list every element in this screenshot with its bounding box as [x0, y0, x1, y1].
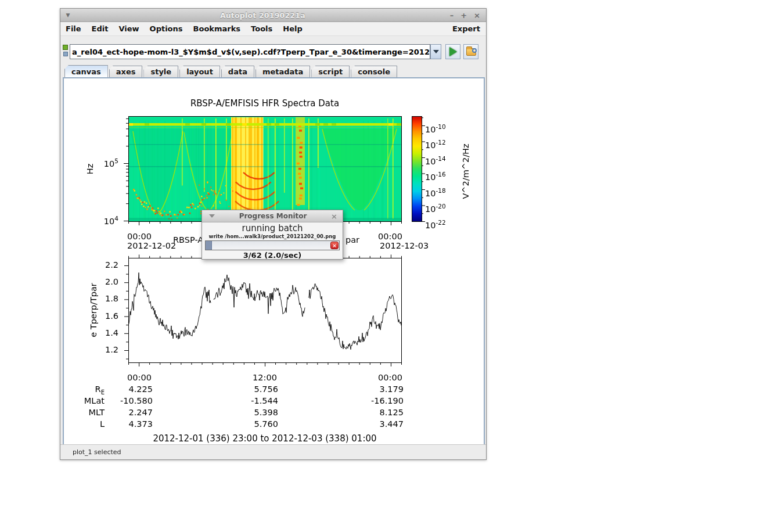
- tab-data[interactable]: data: [221, 66, 254, 77]
- expert-label[interactable]: Expert: [452, 24, 486, 33]
- datasource-type-icon: [63, 45, 68, 50]
- ephemeris-value: 5.398: [232, 408, 278, 417]
- status-text: plot_1 selected: [73, 448, 121, 456]
- cbar-tick-5: 10-20: [425, 203, 446, 214]
- play-icon: [449, 47, 457, 56]
- ephemeris-rowlabel-re: RE: [64, 384, 105, 396]
- cbar-tick-0: 10-10: [425, 123, 446, 134]
- ytick-1e5: 105: [98, 157, 118, 168]
- spec-xtick-left-date: 2012-12-02: [127, 241, 176, 250]
- menu-help[interactable]: Help: [278, 22, 307, 35]
- tab-style[interactable]: style: [143, 66, 178, 77]
- timerange-label: 2012-12-01 (336) 23:00 to 2012-12-03 (33…: [64, 433, 466, 444]
- progress-detail: write /hom...walk3/product_20121202_00.p…: [202, 233, 343, 239]
- window-title: Autoplot 20190221a: [75, 11, 450, 20]
- tab-metadata[interactable]: metadata: [255, 66, 310, 77]
- uri-input[interactable]: a_rel04_ect-hope-mom-l3_$Y$m$d_v$(v,sep)…: [70, 44, 430, 59]
- tab-script[interactable]: script: [311, 66, 350, 77]
- dialog-close-icon[interactable]: ×: [331, 212, 337, 221]
- window-titlebar[interactable]: ▼ Autoplot 20190221a – + ×: [60, 9, 486, 22]
- menu-options[interactable]: Options: [145, 22, 188, 35]
- spec-xtick-right-time: 00:00: [377, 232, 404, 241]
- chevron-down-icon[interactable]: [209, 214, 215, 218]
- spectrogram-ylabel: Hz: [85, 164, 95, 175]
- menu-tools[interactable]: Tools: [246, 22, 278, 35]
- lineplot-ytick-1: 2.0: [99, 277, 118, 286]
- cbar-tick-6: 10-22: [425, 219, 446, 230]
- progress-task-label: running batch: [202, 223, 343, 233]
- spectrogram-title: RBSP-A/EMFISIS HFR Spectra Data: [64, 98, 466, 109]
- lineplot-title-fragment-right: par: [345, 235, 359, 245]
- uri-dropdown-button[interactable]: [430, 44, 441, 59]
- cbar-tick-3: 10-16: [425, 171, 446, 182]
- dialog-titlebar[interactable]: Progress Monitor ×: [202, 210, 343, 222]
- plot-canvas-panel: RBSP-A/EMFISIS HFR Spectra Data Hz 105 1…: [63, 77, 485, 445]
- lineplot-ytick-5: 1.2: [99, 345, 118, 354]
- ephemeris-value: 5.756: [232, 384, 278, 394]
- minimize-button[interactable]: –: [450, 11, 454, 20]
- progress-monitor-dialog[interactable]: Progress Monitor × running batch write /…: [201, 210, 343, 260]
- stop-button[interactable]: ×: [330, 242, 339, 249]
- colorbar-label: V^2/m^2/Hz: [461, 143, 470, 199]
- ephemeris-value: 2.247: [106, 408, 153, 417]
- tab-axes[interactable]: axes: [109, 66, 143, 77]
- lineplot-xtick-0: 00:00: [126, 373, 153, 382]
- menubar: File Edit View Options Bookmarks Tools H…: [60, 22, 486, 36]
- ephemeris-value: -10.580: [106, 396, 153, 405]
- ephemeris-value: 3.447: [357, 419, 404, 429]
- ephemeris-value: -16.190: [357, 396, 404, 405]
- progress-bar: ×: [205, 240, 340, 250]
- menu-bookmarks[interactable]: Bookmarks: [188, 22, 246, 35]
- lineplot-xtick-2: 00:00: [377, 373, 404, 382]
- chevron-down-icon: [433, 50, 439, 53]
- menu-view[interactable]: View: [113, 22, 144, 35]
- ytick-1e4: 104: [98, 215, 118, 226]
- menu-file[interactable]: File: [60, 22, 87, 35]
- tab-console[interactable]: console: [351, 66, 397, 77]
- close-button[interactable]: ×: [474, 11, 480, 20]
- window-menu-icon[interactable]: ▼: [60, 12, 75, 18]
- lineplot-ytick-2: 1.8: [99, 294, 118, 303]
- browse-button[interactable]: [463, 44, 478, 59]
- main-tabs: canvas axes style layout data metadata s…: [60, 65, 486, 77]
- lineplot-title-fragment-left: RBSP-A/: [173, 235, 203, 245]
- ephemeris-rowlabel-mlt: MLT: [64, 408, 105, 417]
- folder-search-icon: [466, 48, 476, 56]
- cbar-tick-4: 10-18: [425, 187, 446, 198]
- lineplot-ytick-0: 2.2: [99, 260, 118, 269]
- datasource-aggregation-icon: [63, 52, 68, 56]
- spec-xtick-right-date: 2012-12-03: [380, 241, 429, 250]
- progress-status: 3/62 (2.0/sec): [202, 251, 343, 260]
- progress-bar-fill: [206, 241, 212, 250]
- go-button[interactable]: [445, 44, 460, 59]
- lineplot-ytick-4: 1.4: [99, 328, 118, 337]
- ephemeris-rowlabel-mlat: MLat: [64, 396, 105, 405]
- ephemeris-rowlabel-l: L: [64, 419, 105, 429]
- ephemeris-value: 4.225: [106, 384, 153, 394]
- tab-layout[interactable]: layout: [179, 66, 220, 77]
- lineplot-ytick-3: 1.6: [99, 311, 118, 321]
- ephemeris-value: 5.760: [232, 419, 278, 429]
- spec-xtick-left-time: 00:00: [126, 232, 153, 241]
- maximize-button[interactable]: +: [460, 11, 467, 20]
- ephemeris-value: 3.179: [357, 384, 404, 394]
- cbar-tick-2: 10-14: [425, 155, 446, 166]
- address-toolbar: a_rel04_ect-hope-mom-l3_$Y$m$d_v$(v,sep)…: [60, 36, 486, 65]
- cbar-tick-1: 10-12: [425, 139, 446, 150]
- lineplot-ylabel: e Tperp/Tpar: [89, 283, 98, 337]
- uri-text: a_rel04_ect-hope-mom-l3_$Y$m$d_v$(v,sep)…: [72, 48, 430, 56]
- status-bar: plot_1 selected: [60, 444, 486, 459]
- ephemeris-value: 4.373: [106, 419, 153, 429]
- lineplot-xtick-1: 12:00: [251, 373, 278, 382]
- menu-edit[interactable]: Edit: [87, 22, 114, 35]
- tab-canvas[interactable]: canvas: [64, 65, 108, 77]
- ephemeris-value: -1.544: [232, 396, 278, 405]
- dialog-title: Progress Monitor: [215, 212, 331, 220]
- ephemeris-value: 8.125: [357, 408, 404, 417]
